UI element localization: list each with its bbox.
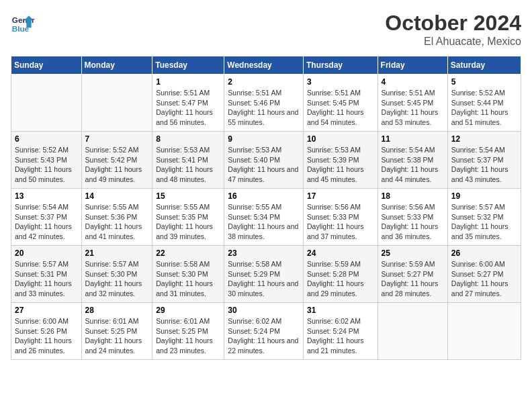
calendar-cell: 13Sunrise: 5:54 AM Sunset: 5:37 PM Dayli… — [11, 189, 82, 246]
day-number: 11 — [382, 134, 444, 144]
day-number: 14 — [85, 191, 149, 201]
calendar-week-row: 6Sunrise: 5:52 AM Sunset: 5:43 PM Daylig… — [11, 132, 521, 189]
weekday-header-row: SundayMondayTuesdayWednesdayThursdayFrid… — [11, 56, 521, 75]
day-number: 13 — [15, 191, 78, 201]
day-number: 15 — [156, 191, 220, 201]
calendar-subtitle: El Ahuacate, Mexico — [385, 36, 521, 48]
calendar-cell: 8Sunrise: 5:53 AM Sunset: 5:41 PM Daylig… — [152, 132, 224, 189]
day-info: Sunrise: 6:00 AM Sunset: 5:26 PM Dayligh… — [15, 316, 78, 356]
day-number: 17 — [307, 191, 374, 201]
day-info: Sunrise: 6:00 AM Sunset: 5:27 PM Dayligh… — [451, 259, 517, 299]
calendar-cell: 16Sunrise: 5:55 AM Sunset: 5:34 PM Dayli… — [224, 189, 304, 246]
calendar-cell: 27Sunrise: 6:00 AM Sunset: 5:26 PM Dayli… — [11, 303, 82, 360]
logo-icon: General Blue — [11, 11, 35, 35]
day-info: Sunrise: 5:51 AM Sunset: 5:45 PM Dayligh… — [307, 88, 374, 128]
day-info: Sunrise: 5:58 AM Sunset: 5:29 PM Dayligh… — [228, 259, 300, 299]
calendar-cell: 5Sunrise: 5:52 AM Sunset: 5:44 PM Daylig… — [447, 75, 521, 132]
day-number: 28 — [85, 306, 149, 315]
calendar-cell — [81, 75, 152, 132]
day-number: 2 — [228, 77, 300, 87]
day-number: 7 — [85, 134, 149, 144]
title-block: October 2024 El Ahuacate, Mexico — [385, 11, 521, 48]
weekday-header-wednesday: Wednesday — [224, 56, 304, 75]
day-info: Sunrise: 5:54 AM Sunset: 5:37 PM Dayligh… — [451, 145, 517, 185]
day-info: Sunrise: 5:52 AM Sunset: 5:44 PM Dayligh… — [451, 88, 517, 128]
day-number: 9 — [228, 134, 300, 144]
day-number: 22 — [156, 248, 220, 258]
calendar-cell: 6Sunrise: 5:52 AM Sunset: 5:43 PM Daylig… — [11, 132, 82, 189]
calendar-week-row: 20Sunrise: 5:57 AM Sunset: 5:31 PM Dayli… — [11, 246, 521, 303]
weekday-header-monday: Monday — [81, 56, 152, 75]
day-number: 25 — [382, 248, 444, 258]
day-number: 31 — [307, 306, 374, 315]
day-number: 10 — [307, 134, 374, 144]
logo: General Blue — [11, 11, 38, 35]
calendar-cell: 3Sunrise: 5:51 AM Sunset: 5:45 PM Daylig… — [303, 75, 378, 132]
day-info: Sunrise: 5:57 AM Sunset: 5:30 PM Dayligh… — [85, 259, 149, 299]
calendar-cell: 31Sunrise: 6:02 AM Sunset: 5:24 PM Dayli… — [303, 303, 378, 360]
day-number: 16 — [228, 191, 300, 201]
calendar-table: SundayMondayTuesdayWednesdayThursdayFrid… — [11, 56, 521, 360]
calendar-cell: 30Sunrise: 6:02 AM Sunset: 5:24 PM Dayli… — [224, 303, 304, 360]
calendar-week-row: 1Sunrise: 5:51 AM Sunset: 5:47 PM Daylig… — [11, 75, 521, 132]
day-info: Sunrise: 5:54 AM Sunset: 5:37 PM Dayligh… — [15, 202, 78, 242]
day-info: Sunrise: 5:53 AM Sunset: 5:41 PM Dayligh… — [156, 145, 220, 185]
calendar-week-row: 13Sunrise: 5:54 AM Sunset: 5:37 PM Dayli… — [11, 189, 521, 246]
day-info: Sunrise: 5:52 AM Sunset: 5:42 PM Dayligh… — [85, 145, 149, 185]
day-info: Sunrise: 5:53 AM Sunset: 5:39 PM Dayligh… — [307, 145, 374, 185]
day-info: Sunrise: 5:54 AM Sunset: 5:38 PM Dayligh… — [382, 145, 444, 185]
day-number: 8 — [156, 134, 220, 144]
calendar-cell: 10Sunrise: 5:53 AM Sunset: 5:39 PM Dayli… — [303, 132, 378, 189]
day-info: Sunrise: 5:55 AM Sunset: 5:36 PM Dayligh… — [85, 202, 149, 242]
day-info: Sunrise: 5:57 AM Sunset: 5:32 PM Dayligh… — [451, 202, 517, 242]
day-info: Sunrise: 5:52 AM Sunset: 5:43 PM Dayligh… — [15, 145, 78, 185]
calendar-week-row: 27Sunrise: 6:00 AM Sunset: 5:26 PM Dayli… — [11, 303, 521, 360]
day-number: 4 — [382, 77, 444, 87]
calendar-cell: 2Sunrise: 5:51 AM Sunset: 5:46 PM Daylig… — [224, 75, 304, 132]
calendar-cell: 7Sunrise: 5:52 AM Sunset: 5:42 PM Daylig… — [81, 132, 152, 189]
calendar-cell: 19Sunrise: 5:57 AM Sunset: 5:32 PM Dayli… — [447, 189, 521, 246]
calendar-cell: 25Sunrise: 5:59 AM Sunset: 5:27 PM Dayli… — [378, 246, 447, 303]
weekday-header-sunday: Sunday — [11, 56, 82, 75]
day-number: 24 — [307, 248, 374, 258]
day-info: Sunrise: 5:58 AM Sunset: 5:30 PM Dayligh… — [156, 259, 220, 299]
calendar-cell: 24Sunrise: 5:59 AM Sunset: 5:28 PM Dayli… — [303, 246, 378, 303]
calendar-cell: 23Sunrise: 5:58 AM Sunset: 5:29 PM Dayli… — [224, 246, 304, 303]
calendar-cell: 17Sunrise: 5:56 AM Sunset: 5:33 PM Dayli… — [303, 189, 378, 246]
day-info: Sunrise: 6:02 AM Sunset: 5:24 PM Dayligh… — [307, 316, 374, 356]
calendar-cell: 11Sunrise: 5:54 AM Sunset: 5:38 PM Dayli… — [378, 132, 447, 189]
day-number: 19 — [451, 191, 517, 201]
day-info: Sunrise: 5:57 AM Sunset: 5:31 PM Dayligh… — [15, 259, 78, 299]
day-info: Sunrise: 6:01 AM Sunset: 5:25 PM Dayligh… — [156, 316, 220, 356]
weekday-header-thursday: Thursday — [303, 56, 378, 75]
weekday-header-saturday: Saturday — [447, 56, 521, 75]
day-info: Sunrise: 5:56 AM Sunset: 5:33 PM Dayligh… — [307, 202, 374, 242]
calendar-cell: 14Sunrise: 5:55 AM Sunset: 5:36 PM Dayli… — [81, 189, 152, 246]
calendar-title: October 2024 — [385, 11, 521, 36]
day-info: Sunrise: 5:59 AM Sunset: 5:28 PM Dayligh… — [307, 259, 374, 299]
day-number: 12 — [451, 134, 517, 144]
day-info: Sunrise: 5:55 AM Sunset: 5:34 PM Dayligh… — [228, 202, 300, 242]
day-info: Sunrise: 5:53 AM Sunset: 5:40 PM Dayligh… — [228, 145, 300, 185]
day-info: Sunrise: 5:51 AM Sunset: 5:46 PM Dayligh… — [228, 88, 300, 128]
day-number: 29 — [156, 306, 220, 315]
day-number: 30 — [228, 306, 300, 315]
calendar-cell: 1Sunrise: 5:51 AM Sunset: 5:47 PM Daylig… — [152, 75, 224, 132]
day-info: Sunrise: 6:02 AM Sunset: 5:24 PM Dayligh… — [228, 316, 300, 356]
day-info: Sunrise: 6:01 AM Sunset: 5:25 PM Dayligh… — [85, 316, 149, 356]
calendar-cell: 26Sunrise: 6:00 AM Sunset: 5:27 PM Dayli… — [447, 246, 521, 303]
day-number: 6 — [15, 134, 78, 144]
calendar-cell: 21Sunrise: 5:57 AM Sunset: 5:30 PM Dayli… — [81, 246, 152, 303]
calendar-cell — [11, 75, 82, 132]
page-header: General Blue October 2024 El Ahuacate, M… — [11, 11, 521, 48]
day-number: 23 — [228, 248, 300, 258]
calendar-cell — [447, 303, 521, 360]
calendar-cell: 15Sunrise: 5:55 AM Sunset: 5:35 PM Dayli… — [152, 189, 224, 246]
day-number: 27 — [15, 306, 78, 315]
day-info: Sunrise: 5:56 AM Sunset: 5:33 PM Dayligh… — [382, 202, 444, 242]
day-number: 18 — [382, 191, 444, 201]
day-number: 26 — [451, 248, 517, 258]
day-info: Sunrise: 5:51 AM Sunset: 5:47 PM Dayligh… — [156, 88, 220, 128]
weekday-header-tuesday: Tuesday — [152, 56, 224, 75]
day-number: 5 — [451, 77, 517, 87]
